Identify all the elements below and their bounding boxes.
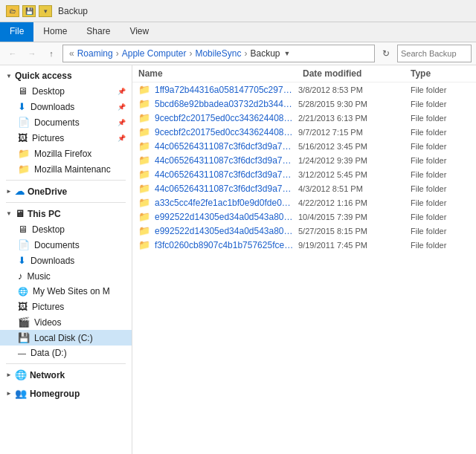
network-label: Network [30,370,65,380]
homegroup-label: Homegroup [30,389,80,399]
pin-icon-pictures-qa: 📌 [118,134,126,142]
sidebar-header-onedrive[interactable]: ► ☁ OneDrive [0,184,132,199]
sidebar-section-quick-access: ▼ Quick access 🖥 Desktop 📌 ⬇ Downloads 📌… [0,68,132,177]
tab-view[interactable]: View [120,22,158,42]
expand-arrow-thispc: ▼ [6,210,12,217]
sidebar-item-downloads-pc[interactable]: ⬇ Downloads [0,253,132,268]
col-header-modified[interactable]: Date modified [303,68,411,79]
tab-share[interactable]: Share [77,22,120,42]
file-type-3: File folder [411,128,470,137]
mozilla-firefox-label: Mozilla Firefox [34,149,91,159]
table-row[interactable]: 📁 44c065264311087c3f6dcf3d9a767ebb2788..… [132,181,476,195]
sidebar-item-pictures-pc[interactable]: 🖼 Pictures [0,299,132,314]
file-folder-icon-7: 📁 [138,183,150,194]
videos-pc-label: Videos [34,317,61,328]
forward-button[interactable]: → [24,45,40,62]
file-name-7: 44c065264311087c3f6dcf3d9a767ebb2788... [155,184,294,194]
window-title: Backup [58,6,88,16]
file-type-6: File folder [411,170,470,179]
path-apple[interactable]: Apple Computer [122,48,187,59]
ribbon-tabs: File Home Share View [0,22,476,42]
col-header-type[interactable]: Type [411,68,470,79]
path-mobilesync[interactable]: MobileSync [195,48,241,59]
file-type-7: File folder [411,184,470,193]
main-area: ▼ Quick access 🖥 Desktop 📌 ⬇ Downloads 📌… [0,65,476,454]
divider-3 [6,363,126,364]
file-modified-1: 5/28/2015 9:30 PM [298,100,406,108]
address-bar: ← → ↑ « Roaming › Apple Computer › Mobil… [0,42,476,65]
path-roaming[interactable]: Roaming [77,48,113,59]
expand-arrow-homegroup: ► [6,390,12,397]
up-button[interactable]: ↑ [43,45,60,62]
file-name-2: 9cecbf2c20175ed0cc3436244088bb8567ff... [155,113,294,123]
file-name-0: 1ff9a72b44316a058147705c2970f4947cba... [155,85,294,95]
file-modified-4: 5/16/2012 3:45 PM [298,142,406,151]
file-name-4: 44c065264311087c3f6dcf3d9a767ebb2788... [155,141,294,152]
path-sep-2: › [189,48,192,59]
table-row[interactable]: 📁 1ff9a72b44316a058147705c2970f4947cba..… [132,82,476,97]
sidebar-header-thispc[interactable]: ▼ 🖥 This PC [0,206,132,221]
file-type-9: File folder [411,213,470,221]
file-folder-icon-3: 📁 [138,126,150,137]
pin-icon-downloads-qa: 📌 [118,103,126,111]
divider-1 [6,180,126,181]
table-row[interactable]: 📁 9cecbf2c20175ed0cc3436244088bb8567ff..… [132,111,476,125]
address-dropdown-btn[interactable]: ▼ [282,49,293,58]
sidebar-item-desktop-qa[interactable]: 🖥 Desktop 📌 [0,83,132,99]
sidebar-item-mozilla-maintenance[interactable]: 📁 Mozilla Maintenanc [0,161,132,177]
documents-qa-label: Documents [34,117,80,128]
tab-file[interactable]: File [0,22,33,42]
file-name-10: e992522d14305ed34a0d543a80e22370b4f... [155,226,294,236]
file-modified-0: 3/8/2012 8:53 PM [298,85,406,94]
sidebar-section-homegroup: ► 👥 Homegroup [0,386,132,401]
sidebar-item-web-pc[interactable]: 🌐 My Web Sites on M [0,284,132,299]
file-type-5: File folder [411,156,470,165]
documents-pc-icon: 📄 [18,239,30,250]
col-header-name[interactable]: Name [138,68,303,79]
file-modified-10: 5/27/2015 8:15 PM [298,227,406,236]
address-path[interactable]: « Roaming › Apple Computer › MobileSync … [62,45,375,62]
sidebar-item-music-pc[interactable]: ♪ Music [0,268,132,284]
sidebar-item-desktop-pc[interactable]: 🖥 Desktop [0,221,132,237]
table-row[interactable]: 📁 5bcd68e92bbadea03732d2b34401d28d17... … [132,97,476,111]
sidebar-item-downloads-qa[interactable]: ⬇ Downloads 📌 [0,99,132,114]
refresh-button[interactable]: ↻ [378,45,394,62]
table-row[interactable]: 📁 9cecbf2c20175ed0cc3436244088bb8567ff..… [132,125,476,139]
table-row[interactable]: 📁 a33c5cc4fe2fe1ac1bf0e9d0fde0cb519035..… [132,195,476,210]
desktop-qa-icon: 🖥 [18,85,28,97]
sidebar-header-quick-access[interactable]: ▼ Quick access [0,68,132,83]
table-row[interactable]: 📁 44c065264311087c3f6dcf3d9a767ebb2788..… [132,153,476,167]
sidebar-section-onedrive: ► ☁ OneDrive [0,184,132,199]
title-bar: 🗁 💾 ▾ Backup [0,0,476,22]
videos-pc-icon: 🎬 [18,317,30,328]
sidebar-item-documents-pc[interactable]: 📄 Documents [0,237,132,253]
file-folder-icon-10: 📁 [138,225,150,236]
save-icon-tb: 💾 [22,5,36,17]
file-modified-3: 9/7/2012 7:15 PM [298,128,406,137]
sidebar-item-mozilla-firefox[interactable]: 📁 Mozilla Firefox [0,146,132,161]
sidebar-header-homegroup[interactable]: ► 👥 Homegroup [0,386,132,401]
mozilla-maintenance-label: Mozilla Maintenanc [34,164,111,175]
sidebar-item-data-d[interactable]: — Data (D:) [0,346,132,360]
path-sep-3: › [244,48,247,59]
desktop-pc-label: Desktop [32,224,65,235]
file-name-6: 44c065264311087c3f6dcf3d9a767ebb2788... [155,169,294,180]
sidebar-item-localdisk-c[interactable]: 💾 Local Disk (C:) [0,330,132,346]
table-row[interactable]: 📁 e992522d14305ed34a0d543a80e22370b4f...… [132,210,476,224]
pictures-qa-label: Pictures [32,133,64,143]
table-row[interactable]: 📁 44c065264311087c3f6dcf3d9a767ebb2788..… [132,139,476,153]
file-modified-2: 2/21/2013 6:13 PM [298,114,406,123]
sidebar-header-network[interactable]: ► 🌐 Network [0,367,132,383]
sidebar-item-pictures-qa[interactable]: 🖼 Pictures 📌 [0,130,132,146]
table-row[interactable]: 📁 e992522d14305ed34a0d543a80e22370b4f...… [132,224,476,238]
tab-home[interactable]: Home [33,22,77,42]
search-input[interactable] [397,45,472,62]
back-button[interactable]: ← [4,45,21,62]
sidebar-item-documents-qa[interactable]: 📄 Documents 📌 [0,114,132,130]
table-row[interactable]: 📁 f3fc0260cb8907c4b1b757625fcea0b5fd34f.… [132,238,476,252]
thispc-label: This PC [28,209,61,219]
path-sep-1: › [116,48,119,59]
sidebar-item-videos-pc[interactable]: 🎬 Videos [0,314,132,330]
table-row[interactable]: 📁 44c065264311087c3f6dcf3d9a767ebb2788..… [132,167,476,181]
downloads-qa-label: Downloads [30,102,74,112]
